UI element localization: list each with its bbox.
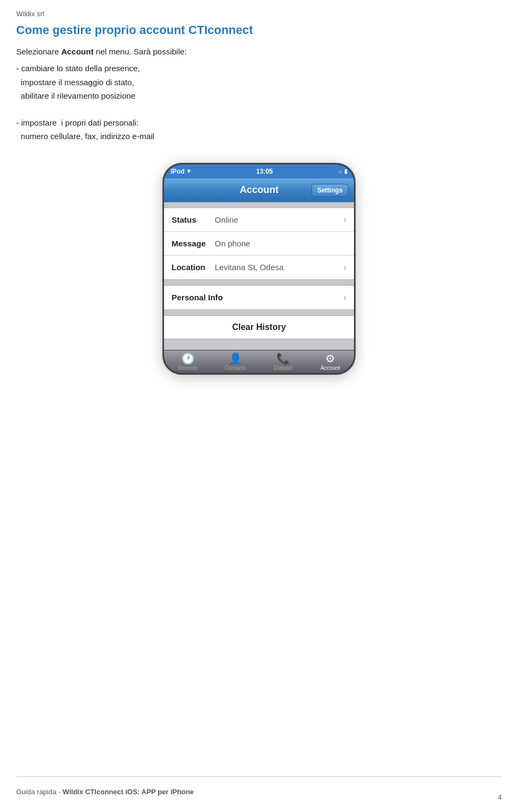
tab-account-label: Account xyxy=(321,365,340,371)
status-chevron-icon: › xyxy=(344,215,346,224)
status-group: Status Online › Message On phone Locatio… xyxy=(164,208,354,280)
tab-dialpad[interactable]: 📞 Dialpad xyxy=(259,350,306,373)
clear-history-button[interactable]: Clear History xyxy=(164,315,354,339)
contacts-icon: 👤 xyxy=(229,353,242,364)
status-value: Online xyxy=(215,215,344,224)
status-right: ○ ▮ xyxy=(338,168,347,175)
personal-info-row[interactable]: Personal Info › xyxy=(164,286,354,309)
personal-info-label: Personal Info xyxy=(172,293,344,302)
dialpad-icon: 📞 xyxy=(276,353,290,364)
nav-bar-title: Account xyxy=(240,184,278,196)
status-time: 13:05 xyxy=(256,168,273,175)
footer: Guida rapida - Wildix CTIconnect iOS: AP… xyxy=(16,776,502,796)
personal-info-group: Personal Info › xyxy=(164,285,354,310)
status-row[interactable]: Status Online › xyxy=(164,208,354,232)
page-number: 4 xyxy=(498,793,502,801)
body-text-block: - cambiare lo stato della presence, impo… xyxy=(16,61,502,147)
tab-dialpad-label: Dialpad xyxy=(274,365,292,371)
phone-mockup: iPod ▾ 13:05 ○ ▮ Account Settings xyxy=(16,163,502,375)
phone-content: Status Online › Message On phone Locatio… xyxy=(164,202,354,350)
status-bar: iPod ▾ 13:05 ○ ▮ xyxy=(164,164,354,178)
tab-recents-label: Recents xyxy=(178,365,198,371)
status-left: iPod ▾ xyxy=(171,168,190,175)
message-row[interactable]: Message On phone xyxy=(164,232,354,256)
clear-history-section: Clear History xyxy=(164,315,354,339)
message-value: On phone xyxy=(215,239,346,248)
location-label: Location xyxy=(172,263,215,272)
location-row[interactable]: Location Levitana St, Odesa › xyxy=(164,256,354,279)
wifi-icon: ▾ xyxy=(187,168,190,175)
tab-bar: 🕐 Recents 👤 Contacts 📞 Dialpad ⚙ Account xyxy=(164,350,354,373)
tab-recents[interactable]: 🕐 Recents xyxy=(164,350,212,373)
location-value: Levitana St, Odesa xyxy=(215,263,344,272)
footer-text: Guida rapida - xyxy=(16,788,63,796)
personal-info-chevron-icon: › xyxy=(344,293,346,302)
tab-contacts-label: Contacts xyxy=(224,365,246,371)
battery-icon: ▮ xyxy=(344,168,347,175)
intro-paragraph: Selezionare Account nel menu. Sarà possi… xyxy=(16,47,502,56)
iphone-device: iPod ▾ 13:05 ○ ▮ Account Settings xyxy=(162,163,356,375)
company-name: Wildix srl xyxy=(16,10,502,18)
signal-icon: ○ xyxy=(338,168,342,175)
status-label: Status xyxy=(172,215,215,224)
location-chevron-icon: › xyxy=(344,263,346,272)
tab-account[interactable]: ⚙ Account xyxy=(306,350,354,373)
message-label: Message xyxy=(172,239,215,248)
account-icon: ⚙ xyxy=(325,353,335,364)
page-title: Come gestire proprio account CTIconnect xyxy=(16,23,502,37)
device-label: iPod xyxy=(171,168,185,175)
footer-bold: Wildix CTIconnect iOS: APP per iPhone xyxy=(63,788,194,796)
recents-icon: 🕐 xyxy=(181,353,195,364)
tab-contacts[interactable]: 👤 Contacts xyxy=(212,350,259,373)
nav-bar: Account Settings xyxy=(164,178,354,202)
settings-button[interactable]: Settings xyxy=(311,184,349,197)
